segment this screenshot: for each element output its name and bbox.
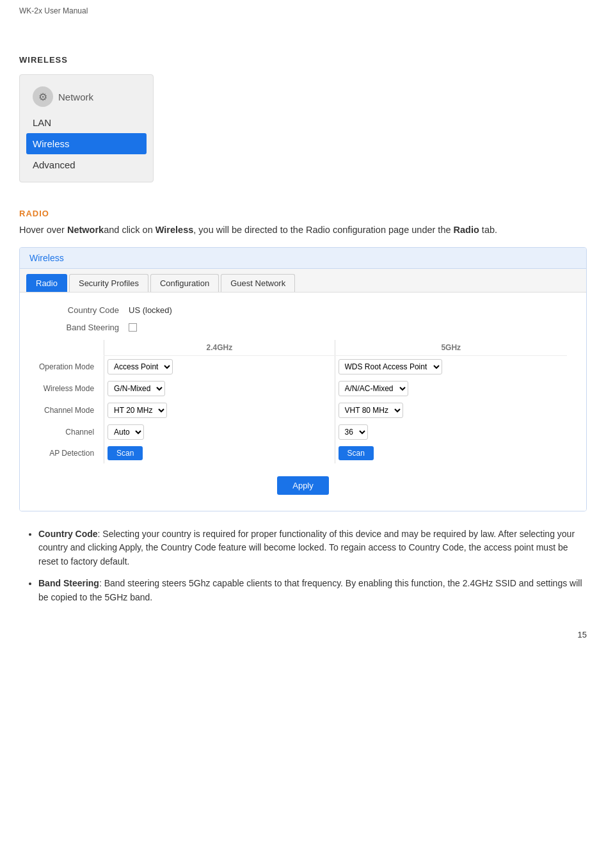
panel-body: Country Code US (locked) Band Steering 2… (20, 293, 586, 511)
nav-network: ⚙ Network (26, 81, 147, 112)
wireless-section-title: WIRELESS (19, 55, 587, 65)
nav-lan: LAN (26, 112, 147, 133)
wireless-mode-label: Wireless Mode (39, 378, 104, 399)
channel-mode-label: Channel Mode (39, 399, 104, 421)
country-code-bullet-text: : Selecting your country is required for… (38, 529, 575, 567)
nav-network-label: Network (58, 92, 93, 102)
channel-5-select[interactable]: 36 (339, 424, 368, 440)
country-code-bullet-bold: Country Code (38, 529, 98, 539)
channel-mode-24-cell: HT 20 MHz (104, 399, 335, 421)
band-steering-checkbox[interactable] (129, 323, 137, 332)
op-mode-24-cell: Access Point (104, 355, 335, 378)
band-steering-bullet-text: : Band steering steers 5Ghz capable clie… (38, 578, 582, 602)
channel-label: Channel (39, 421, 104, 443)
wireless-mode-5-select[interactable]: A/N/AC-Mixed (339, 381, 408, 396)
tab-radio[interactable]: Radio (26, 274, 67, 292)
nav-advanced-label: Advanced (33, 159, 76, 170)
radio-intro: Hover over Networkand click on Wireless,… (19, 223, 587, 237)
ap-detection-label: AP Detection (39, 443, 104, 463)
op-mode-5-cell: WDS Root Access Point (335, 355, 567, 378)
page-number: 15 (19, 630, 587, 639)
network-icon: ⚙ (33, 86, 53, 107)
channel-mode-5-select[interactable]: VHT 80 MHz (339, 403, 403, 418)
channel-24-select[interactable]: Auto (108, 424, 144, 440)
list-item: Band Steering: Band steering steers 5Ghz… (38, 577, 587, 604)
op-mode-label: Operation Mode (39, 355, 104, 378)
nav-advanced: Advanced (26, 154, 147, 175)
band-table: 2.4GHz 5GHz Operation Mode Access Point (39, 340, 567, 463)
wireless-mode-5-cell: A/N/AC-Mixed (335, 378, 567, 399)
band-steering-bullet-bold: Band Steering (38, 578, 99, 588)
band-steering-row: Band Steering (39, 323, 567, 332)
tab-configuration[interactable]: Configuration (150, 274, 219, 292)
table-row: Wireless Mode G/N-Mixed A/N/AC-Mixed (39, 378, 567, 399)
row-label-spacer (39, 340, 104, 356)
country-code-label: Country Code (39, 305, 129, 315)
scan-5-button[interactable]: Scan (339, 446, 374, 460)
tab-security-profiles[interactable]: Security Profiles (69, 274, 148, 292)
band-24-header: 2.4GHz (104, 340, 335, 356)
table-row: Channel Auto 36 (39, 421, 567, 443)
channel-mode-24-select[interactable]: HT 20 MHz (108, 403, 167, 418)
nav-wireless[interactable]: Wireless (26, 133, 147, 154)
bullet-list: Country Code: Selecting your country is … (19, 527, 587, 604)
scan-24-cell: Scan (104, 443, 335, 463)
channel-mode-5-cell: VHT 80 MHz (335, 399, 567, 421)
scan-24-button[interactable]: Scan (108, 446, 143, 460)
apply-button[interactable]: Apply (277, 476, 329, 495)
country-code-value: US (locked) (129, 305, 172, 315)
list-item: Country Code: Selecting your country is … (38, 527, 587, 569)
op-mode-24-select[interactable]: Access Point (108, 359, 173, 374)
page-header: WK-2x User Manual (19, 6, 587, 15)
radio-section-title: RADIO (19, 209, 587, 218)
channel-24-cell: Auto (104, 421, 335, 443)
wireless-mode-24-cell: G/N-Mixed (104, 378, 335, 399)
band-5-header: 5GHz (335, 340, 567, 356)
scan-5-cell: Scan (335, 443, 567, 463)
table-row: AP Detection Scan Scan (39, 443, 567, 463)
wireless-panel: Wireless Radio Security Profiles Configu… (19, 247, 587, 511)
wireless-panel-header: Wireless (20, 248, 586, 269)
table-row: Channel Mode HT 20 MHz VHT 80 MHz (39, 399, 567, 421)
nav-lan-label: LAN (33, 117, 51, 128)
country-code-row: Country Code US (locked) (39, 305, 567, 315)
nav-wireless-label: Wireless (33, 138, 70, 149)
band-steering-label: Band Steering (39, 323, 129, 332)
tab-guest-network[interactable]: Guest Network (221, 274, 295, 292)
wireless-bold: Wireless (155, 225, 194, 235)
table-row: Operation Mode Access Point WDS Root Acc… (39, 355, 567, 378)
radio-bold: Radio (454, 225, 479, 235)
tabs-bar: Radio Security Profiles Configuration Gu… (20, 269, 586, 293)
wireless-mode-24-select[interactable]: G/N-Mixed (108, 381, 165, 396)
channel-5-cell: 36 (335, 421, 567, 443)
nav-image-container: ⚙ Network LAN Wireless Advanced (19, 74, 154, 182)
network-bold: Network (67, 225, 104, 235)
op-mode-5-select[interactable]: WDS Root Access Point (339, 359, 442, 374)
